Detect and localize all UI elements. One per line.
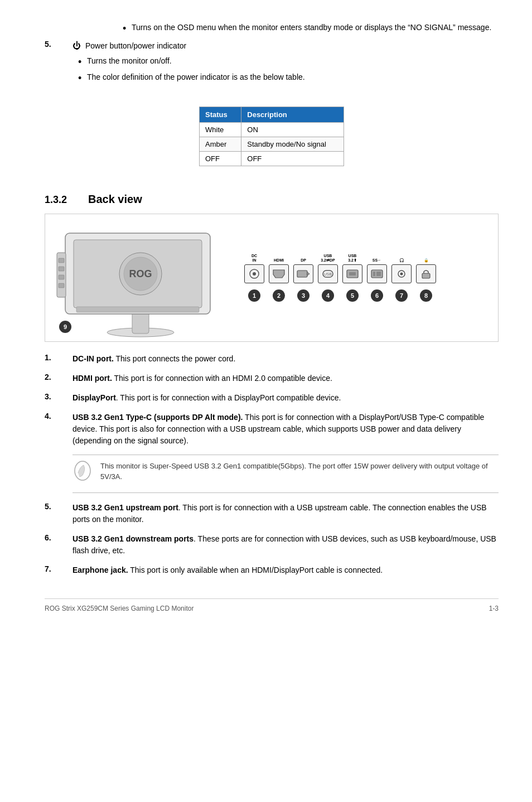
svg-rect-29 bbox=[422, 273, 430, 278]
port-num-2: 2 bbox=[273, 289, 285, 302]
item-5: 5. ⏻ Power button/power indicator • Turn… bbox=[45, 40, 499, 88]
monitor-illustration: ROG 9 bbox=[54, 222, 233, 334]
section-num: 1.3.2 bbox=[45, 194, 78, 206]
status-cell: ON bbox=[241, 122, 344, 137]
item-5-bullet-2: • The color definition of the power indi… bbox=[78, 72, 499, 85]
port-icon-audio bbox=[391, 264, 412, 283]
item-5-label: Power button/power indicator bbox=[85, 41, 186, 50]
section-title: Back view bbox=[88, 193, 142, 206]
ports-icons-row: DCIN HDMI DP bbox=[244, 254, 437, 283]
port-block-3: DP bbox=[293, 258, 314, 283]
description-col-header: Description bbox=[241, 107, 344, 122]
ports-area: DCIN HDMI DP bbox=[233, 254, 489, 302]
section-heading: 1.3.2 Back view bbox=[45, 193, 499, 206]
port-item-num-5: 5. bbox=[45, 502, 72, 511]
port-num-6: 6 bbox=[371, 289, 383, 302]
status-cell: Amber bbox=[200, 137, 241, 151]
port-item-num-4: 4. bbox=[45, 412, 72, 421]
status-cell: OFF bbox=[200, 151, 241, 166]
port-item-2: 2.HDMI port. This port is for connection… bbox=[45, 373, 499, 384]
port-item-bold-4: USB 3.2 Gen1 Type-C (supports DP Alt mod… bbox=[72, 413, 243, 422]
item-5-num: 5. bbox=[45, 40, 72, 49]
svg-rect-25 bbox=[373, 272, 375, 276]
port-num-7: 7 bbox=[395, 289, 408, 302]
port-icon-usb-up bbox=[342, 264, 362, 283]
port-item-bold-3: DisplayPort bbox=[72, 393, 116, 402]
svg-text:9: 9 bbox=[64, 323, 67, 330]
port-item-num-1: 1. bbox=[45, 353, 72, 362]
port-num-4: 4 bbox=[322, 289, 334, 302]
page-footer: ROG Strix XG259CM Series Gaming LCD Moni… bbox=[45, 598, 499, 612]
port-block-8: 🔒 bbox=[415, 258, 437, 283]
items-list: 1.DC-IN port. This port connects the pow… bbox=[45, 353, 499, 576]
status-cell: White bbox=[200, 122, 241, 137]
port-item-bold-1: DC-IN port. bbox=[72, 354, 114, 363]
svg-text:USB: USB bbox=[324, 272, 332, 276]
status-table-wrapper: Status Description WhiteONAmberStandby m… bbox=[45, 96, 499, 180]
svg-point-28 bbox=[400, 272, 403, 275]
item-5-bullet-text-1: Turns the monitor on/off. bbox=[87, 56, 172, 67]
port-item-bold-2: HDMI port. bbox=[72, 374, 112, 383]
note-box: This monitor is Super-Speed USB 3.2 Gen1… bbox=[72, 455, 499, 493]
item-5-bullet-text-2: The color definition of the power indica… bbox=[87, 72, 305, 83]
port-item-6: 6.USB 3.2 Gen1 downstream ports. These p… bbox=[45, 533, 499, 557]
svg-rect-13 bbox=[76, 307, 199, 312]
port-item-num-6: 6. bbox=[45, 533, 72, 542]
port-block-7: 🎧 bbox=[391, 258, 412, 283]
port-item-7: 7.Earphone jack. This port is only avail… bbox=[45, 564, 499, 576]
svg-rect-23 bbox=[349, 272, 356, 276]
port-icon-hdmi bbox=[269, 264, 289, 283]
port-block-5: USB3.2⬆ bbox=[342, 254, 363, 283]
intro-bullet-1: • Turns on the OSD menu when the monitor… bbox=[123, 22, 499, 35]
port-item-bold-7: Earphone jack. bbox=[72, 566, 128, 574]
power-icon: ⏻ bbox=[72, 41, 81, 50]
svg-rect-12 bbox=[59, 283, 64, 288]
port-item-num-2: 2. bbox=[45, 373, 72, 381]
footer-right: 1-3 bbox=[489, 605, 499, 612]
intro-bullet-text-1: Turns on the OSD menu when the monitor e… bbox=[132, 22, 491, 33]
port-block-6: SS← bbox=[366, 258, 388, 283]
port-num-1: 1 bbox=[248, 289, 260, 302]
status-table: Status Description WhiteONAmberStandby m… bbox=[199, 107, 344, 166]
port-item-3: 3.DisplayPort. This port is for connecti… bbox=[45, 392, 499, 404]
svg-rect-9 bbox=[59, 258, 64, 263]
port-item-5: 5.USB 3.2 Gen1 upstream port. This port … bbox=[45, 502, 499, 525]
note-text: This monitor is Super-Speed USB 3.2 Gen1… bbox=[100, 461, 499, 482]
back-view-container: ROG 9 DCIN bbox=[45, 214, 499, 342]
svg-rect-10 bbox=[59, 267, 64, 271]
port-item-num-7: 7. bbox=[45, 564, 72, 573]
port-num-3: 3 bbox=[297, 289, 309, 302]
port-icon-dp bbox=[293, 264, 313, 283]
port-block-2: HDMI bbox=[268, 258, 289, 283]
port-block-1: DCIN bbox=[244, 254, 265, 283]
port-icon-dcin bbox=[244, 264, 264, 283]
svg-text:ROG: ROG bbox=[129, 268, 152, 279]
port-item-4: 4.USB 3.2 Gen1 Type-C (supports DP Alt m… bbox=[45, 412, 499, 447]
status-col-header: Status bbox=[200, 107, 241, 122]
note-icon bbox=[72, 461, 93, 487]
port-icon-lock bbox=[416, 264, 436, 283]
port-item-num-3: 3. bbox=[45, 392, 72, 401]
svg-rect-11 bbox=[59, 275, 64, 279]
footer-left: ROG Strix XG259CM Series Gaming LCD Moni… bbox=[45, 605, 194, 612]
port-block-4: USB3.2⇄DP USB bbox=[317, 254, 338, 283]
port-icon-usbc: USB bbox=[318, 264, 338, 283]
port-item-bold-5: USB 3.2 Gen1 upstream port bbox=[72, 503, 178, 512]
ports-numbers-row: 1 2 3 4 5 6 7 8 bbox=[244, 287, 437, 302]
svg-rect-18 bbox=[297, 270, 307, 277]
svg-point-17 bbox=[253, 272, 256, 276]
status-cell: Standby mode/No signal bbox=[241, 137, 344, 151]
port-item-bold-6: USB 3.2 Gen1 downstream ports bbox=[72, 534, 194, 543]
port-item-1: 1.DC-IN port. This port connects the pow… bbox=[45, 353, 499, 365]
item-5-bullet-1: • Turns the monitor on/off. bbox=[78, 56, 499, 69]
svg-marker-19 bbox=[307, 272, 309, 276]
port-num-8: 8 bbox=[420, 289, 432, 302]
port-icon-usb-down bbox=[367, 264, 387, 283]
port-num-5: 5 bbox=[346, 289, 359, 302]
status-cell: OFF bbox=[241, 151, 344, 166]
svg-rect-26 bbox=[376, 272, 381, 276]
